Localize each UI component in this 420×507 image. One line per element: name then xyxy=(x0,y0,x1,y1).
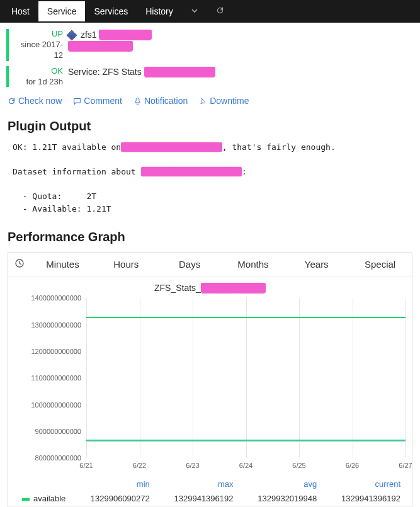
check-now-label: Check now xyxy=(18,96,62,106)
chart-area: 8000000000009000000000001000000000000110… xyxy=(14,298,406,474)
series-name: available xyxy=(8,491,77,506)
downtime-label: Downtime xyxy=(210,96,249,106)
y-tick-label: 1200000000000 xyxy=(31,348,81,355)
graph-card: Minutes Hours Days Months Years Special … xyxy=(8,252,412,507)
x-tick-label: 6/27 xyxy=(399,462,412,469)
host-name: zfs1 xyxy=(81,30,97,40)
refresh-icon[interactable] xyxy=(207,1,233,21)
graph-range-tabs: Minutes Hours Days Months Years Special xyxy=(8,253,412,276)
stat-value: 1329906090272 xyxy=(77,491,161,506)
downtime-button[interactable]: Downtime xyxy=(199,96,249,106)
tab-services[interactable]: Services xyxy=(85,1,137,21)
plugin-output-body: OK: 1.21T available on██████████████████… xyxy=(0,139,420,224)
check-now-button[interactable]: Check now xyxy=(8,96,62,106)
x-tick-label: 6/26 xyxy=(346,462,359,469)
grid-line xyxy=(353,298,353,458)
tab-service[interactable]: Service xyxy=(38,1,86,21)
performance-graph-heading: Performance Graph xyxy=(0,224,420,249)
x-tick-label: 6/24 xyxy=(239,462,253,469)
redacted-text: ██████████ xyxy=(68,41,133,51)
stat-value: 1329932019948 xyxy=(245,491,329,506)
plot-area xyxy=(86,298,406,458)
clock-icon xyxy=(8,258,31,270)
plugin-output-heading: Plugin Output xyxy=(0,113,420,139)
x-tick-label: 6/25 xyxy=(292,462,305,469)
grid-line xyxy=(140,298,140,458)
top-nav: Host Service Services History xyxy=(0,0,420,23)
grid-line xyxy=(299,298,300,458)
col-max: max xyxy=(161,477,245,491)
series-line-available xyxy=(86,317,406,318)
service-status-row: OK for 1d 23h Service: ZFS Stats ███████… xyxy=(0,64,420,90)
grid-line xyxy=(86,298,87,458)
service-duration: for 1d 23h xyxy=(14,77,63,88)
x-tick-label: 6/23 xyxy=(186,462,199,469)
col-min: min xyxy=(77,477,161,491)
host-icon xyxy=(67,30,77,41)
grid-line xyxy=(246,298,247,458)
y-tick-label: 800000000000 xyxy=(35,454,81,462)
service-label: Service: ZFS Stats xyxy=(68,67,142,77)
chart-title: ZFS_Stats_██████████ xyxy=(8,276,412,295)
y-tick-label: 1100000000000 xyxy=(31,374,81,382)
y-axis: 8000000000009000000000001000000000000110… xyxy=(14,298,84,458)
service-state: OK xyxy=(14,66,63,77)
x-tick-label: 6/21 xyxy=(79,462,93,469)
x-axis: 6/216/226/236/246/256/266/27 xyxy=(86,460,406,474)
legend-swatch xyxy=(22,498,30,501)
range-years[interactable]: Years xyxy=(285,253,348,276)
host-state: UP xyxy=(14,29,63,40)
range-months[interactable]: Months xyxy=(221,253,285,276)
host-status-row: UP since 2017-12 zfs1 ████████ █████████… xyxy=(0,26,420,64)
notification-label: Notification xyxy=(144,96,188,106)
y-tick-label: 1000000000000 xyxy=(31,401,81,409)
notification-button[interactable]: Notification xyxy=(133,96,188,106)
range-days[interactable]: Days xyxy=(158,253,222,276)
col-avg: avg xyxy=(245,477,329,491)
range-hours[interactable]: Hours xyxy=(94,253,158,276)
stat-value: 1329941396192 xyxy=(328,491,412,506)
status-block: UP since 2017-12 zfs1 ████████ █████████… xyxy=(0,23,420,89)
status-indicator-bar xyxy=(6,29,9,61)
host-since: since 2017-12 xyxy=(14,40,63,61)
y-tick-label: 1400000000000 xyxy=(31,294,81,302)
comment-label: Comment xyxy=(84,96,122,106)
tab-host[interactable]: Host xyxy=(3,1,38,21)
comment-button[interactable]: Comment xyxy=(73,96,122,106)
redacted-text: ███████████ xyxy=(144,67,215,77)
col-current: current xyxy=(328,477,412,491)
x-tick-label: 6/22 xyxy=(133,462,146,469)
range-minutes[interactable]: Minutes xyxy=(31,253,94,276)
grid-line xyxy=(406,298,406,458)
table-row: available1329906090272132994139619213299… xyxy=(8,491,412,506)
action-bar: Check now Comment Notification Downtime xyxy=(0,89,420,113)
y-tick-label: 900000000000 xyxy=(35,428,81,435)
range-special[interactable]: Special xyxy=(348,253,412,276)
stat-value: 1329941396192 xyxy=(161,491,245,506)
chevron-down-icon[interactable] xyxy=(182,1,207,21)
grid-line xyxy=(193,298,193,458)
redacted-text: ████████ xyxy=(99,30,151,40)
status-indicator-bar xyxy=(6,66,9,88)
series-line-used xyxy=(86,440,406,441)
tab-history[interactable]: History xyxy=(137,1,182,21)
stats-table: min max avg current available13299060902… xyxy=(8,477,412,507)
y-tick-label: 1300000000000 xyxy=(31,321,81,329)
